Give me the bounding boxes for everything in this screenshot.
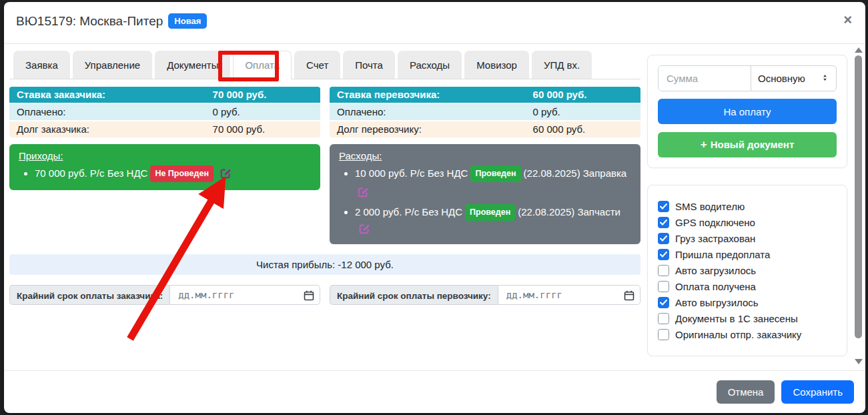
tab-pochta[interactable]: Почта (343, 51, 395, 79)
tab-raskhody[interactable]: Расходы (398, 51, 462, 79)
scroll-up-arrow-icon[interactable] (855, 47, 863, 53)
edit-expense-icon[interactable] (359, 223, 370, 234)
checkbox-prepayment[interactable]: Пришла предоплата (658, 249, 837, 260)
carrier-deadline-group: Крайний срок оплаты первозчику: (330, 285, 640, 305)
tab-schet[interactable]: Счет (294, 51, 340, 79)
tab-dokumenty[interactable]: Документы (155, 51, 230, 79)
edit-income-icon[interactable] (220, 167, 232, 179)
incomes-title: Приходы: (19, 150, 63, 161)
expense-item-suffix: (22.08.2025) Заправка (524, 167, 627, 179)
checkbox-docs-1c[interactable]: Документы в 1С занесены (658, 313, 837, 324)
tab-movizor[interactable]: Мовизор (464, 51, 529, 79)
expenses-title: Расходы: (339, 150, 382, 161)
scrollbar[interactable] (854, 45, 863, 370)
tab-upravlenie[interactable]: Управление (73, 51, 152, 79)
expense-item: 10 000 руб. Р/с Без НДСПроведен(22.08.20… (355, 165, 631, 200)
main-content: Заявка Управление Документы Оплата Счет … (9, 51, 640, 305)
edit-expense-icon[interactable] (358, 186, 369, 197)
customer-paid-value: 0 руб. (205, 103, 320, 121)
customer-summary-table: Ставка заказчика: 70 000 руб. Оплачено: … (9, 87, 320, 137)
checkbox-label: Оригиналы отпр. заказчику (675, 329, 801, 340)
tab-zayavka[interactable]: Заявка (13, 51, 70, 79)
checkbox-loaded[interactable]: Авто загрузилось (658, 265, 837, 276)
account-select-value: Основную (758, 73, 805, 84)
order-modal: ВЮ15179: Москва-ПитерНовая × Заявка Упра… (4, 2, 865, 413)
page-title: ВЮ15179: Москва-Питер (16, 14, 163, 28)
modal-header: ВЮ15179: Москва-ПитерНовая × (4, 2, 865, 44)
checkbox-originals[interactable]: Оригиналы отпр. заказчику (658, 329, 837, 340)
checkbox-label: Оплата получена (675, 281, 756, 292)
checkbox-icon[interactable] (658, 201, 669, 212)
checkbox-payment-received[interactable]: Оплата получена (658, 281, 837, 292)
select-arrows-icon (821, 73, 829, 84)
checkbox-icon[interactable] (658, 281, 669, 292)
customer-debt-label: Долг заказчика: (9, 121, 205, 137)
customer-debt-value: 70 000 руб. (205, 121, 320, 137)
amount-group: Основную (658, 65, 837, 91)
checkbox-label: Пришла предоплата (675, 249, 770, 260)
account-select[interactable]: Основную (751, 66, 836, 91)
checkbox-icon[interactable] (658, 313, 669, 324)
rates-summary-row: Ставка заказчика: 70 000 руб. Оплачено: … (9, 87, 640, 137)
new-document-button[interactable]: +Новый документ (658, 132, 837, 157)
checkbox-cargo-insured[interactable]: Груз застрахован (658, 233, 837, 244)
cancel-button[interactable]: Отмена (717, 380, 775, 404)
expenses-box: Расходы: 10 000 руб. Р/с Без НДСПроведен… (330, 144, 640, 244)
checkbox-label: Груз застрахован (675, 233, 755, 244)
calendar-icon[interactable] (304, 290, 314, 301)
close-icon: × (843, 11, 852, 28)
table-row: Долг перевозчику: 60 000 руб. (330, 121, 640, 137)
checkbox-icon[interactable] (658, 265, 669, 276)
amount-input[interactable] (659, 66, 751, 91)
checkbox-gps[interactable]: GPS подключено (658, 217, 837, 228)
table-row: Оплачено: 0 руб. (9, 103, 320, 121)
carrier-paid-label: Оплачено: (330, 103, 526, 121)
table-row: Долг заказчика: 70 000 руб. (9, 121, 320, 137)
sidebar: Основную На оплату +Новый документ SMS в… (647, 55, 847, 356)
checkbox-sms[interactable]: SMS водителю (658, 201, 837, 212)
table-row: Оплачено: 0 руб. (330, 103, 640, 121)
pay-button[interactable]: На оплату (658, 99, 837, 124)
checkbox-label: Документы в 1С занесены (675, 313, 798, 324)
carrier-paid-value: 0 руб. (526, 103, 640, 121)
carrier-deadline-label: Крайний срок оплаты первозчику: (330, 285, 498, 305)
checkbox-icon[interactable] (658, 249, 669, 260)
tab-bar: Заявка Управление Документы Оплата Счет … (9, 51, 640, 79)
income-item: 70 000 руб. Р/с Без НДСНе Проведен (35, 165, 311, 182)
incomes-box: Приходы: 70 000 руб. Р/с Без НДСНе Прове… (9, 144, 320, 190)
customer-rate-label: Ставка заказчика: (9, 87, 205, 103)
checkbox-icon[interactable] (658, 329, 669, 340)
expense-item-text: 2 000 руб. Р/с Без НДС (355, 206, 462, 218)
carrier-deadline-input[interactable] (498, 285, 640, 305)
customer-deadline-input[interactable] (169, 285, 320, 305)
calendar-icon[interactable] (624, 290, 634, 301)
carrier-rate-value: 60 000 руб. (526, 87, 640, 103)
carrier-rate-label: Ставка перевозчика: (330, 87, 526, 103)
scrollbar-thumb[interactable] (855, 55, 862, 338)
money-boxes-row: Приходы: 70 000 руб. Р/с Без НДСНе Прове… (9, 144, 640, 244)
close-button[interactable]: × (843, 13, 852, 27)
status-checklist-card: SMS водителю GPS подключено Груз застрах… (647, 185, 847, 356)
tab-upd-vkh[interactable]: УПД вх. (532, 51, 592, 79)
checkbox-label: Авто выгрузилось (675, 297, 759, 308)
tab-oplata[interactable]: Оплата (233, 51, 292, 79)
deadline-row: Крайний срок оплаты заказчика: (9, 285, 640, 305)
checkbox-label: SMS водителю (675, 201, 745, 212)
checkbox-icon[interactable] (658, 217, 669, 228)
carrier-summary-table: Ставка перевозчика: 60 000 руб. Оплачено… (330, 87, 640, 137)
checkbox-icon[interactable] (658, 233, 669, 244)
table-row: Ставка заказчика: 70 000 руб. (9, 87, 320, 103)
income-item-text: 70 000 руб. Р/с Без НДС (35, 167, 147, 179)
checkbox-unloaded[interactable]: Авто выгрузилось (658, 297, 837, 308)
expense-item: 2 000 руб. Р/с Без НДСПроведен(22.08.202… (355, 204, 631, 237)
scroll-down-arrow-icon[interactable] (855, 359, 863, 364)
payment-card: Основную На оплату +Новый документ (647, 55, 847, 168)
expense-status-badge: Проведен (465, 204, 515, 221)
save-button[interactable]: Сохранить (781, 380, 854, 404)
checkbox-label: GPS подключено (675, 217, 755, 228)
status-badge: Новая (168, 13, 207, 29)
expense-status-badge: Проведен (470, 165, 520, 182)
modal-footer: Отмена Сохранить (4, 370, 865, 413)
table-row: Ставка перевозчика: 60 000 руб. (330, 87, 640, 103)
checkbox-icon[interactable] (658, 297, 669, 308)
